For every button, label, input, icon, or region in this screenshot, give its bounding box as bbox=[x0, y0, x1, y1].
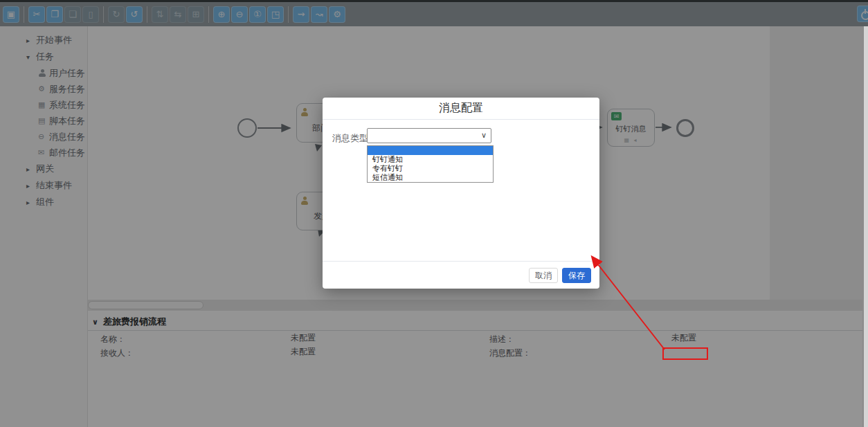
dialog-body: 消息类型： 钉钉通知 专有钉钉 短信通知 bbox=[323, 120, 599, 260]
browser-vertical-scrollbar[interactable] bbox=[864, 26, 868, 427]
dialog-header: 消息配置 bbox=[323, 98, 599, 120]
dialog-title: 消息配置 bbox=[439, 101, 483, 116]
message-type-dropdown: 钉钉通知 专有钉钉 短信通知 bbox=[367, 145, 494, 183]
message-type-select[interactable] bbox=[367, 128, 491, 143]
dropdown-option-dingtalk-notify[interactable]: 钉钉通知 bbox=[368, 155, 493, 164]
dropdown-option-empty[interactable] bbox=[368, 146, 493, 155]
dropdown-option-sms-notify[interactable]: 短信通知 bbox=[368, 173, 493, 182]
message-config-dialog: 消息配置 消息类型： 钉钉通知 专有钉钉 短信通知 取消 保存 bbox=[323, 98, 599, 289]
cancel-button[interactable]: 取消 bbox=[529, 268, 558, 283]
dropdown-option-dedicated-dingtalk[interactable]: 专有钉钉 bbox=[368, 164, 493, 173]
save-button[interactable]: 保存 bbox=[562, 268, 591, 283]
chevron-down-icon bbox=[481, 131, 487, 140]
dialog-footer: 取消 保存 bbox=[323, 261, 599, 289]
